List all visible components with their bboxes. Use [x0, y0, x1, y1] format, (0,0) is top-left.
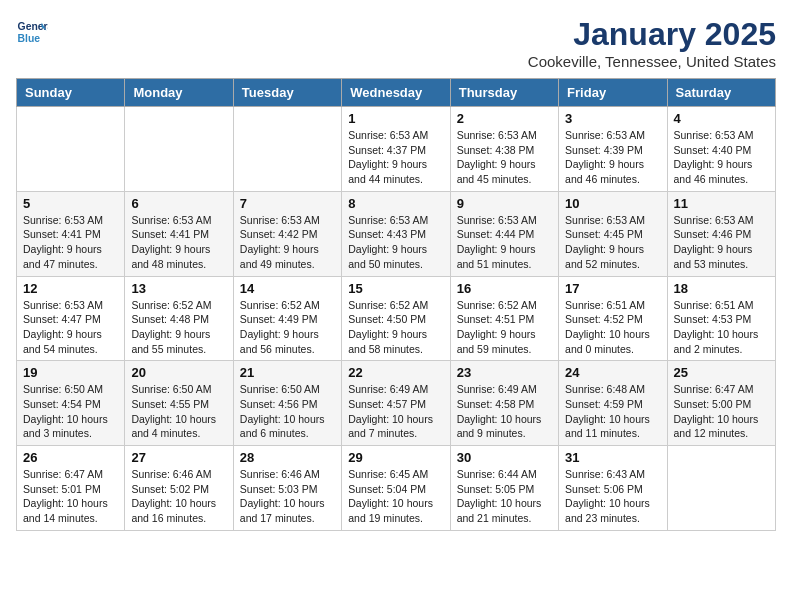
day-info: Sunrise: 6:49 AM Sunset: 4:57 PM Dayligh…	[348, 382, 443, 441]
day-info: Sunrise: 6:53 AM Sunset: 4:37 PM Dayligh…	[348, 128, 443, 187]
calendar-cell	[667, 446, 775, 531]
calendar-cell: 21Sunrise: 6:50 AM Sunset: 4:56 PM Dayli…	[233, 361, 341, 446]
day-info: Sunrise: 6:53 AM Sunset: 4:39 PM Dayligh…	[565, 128, 660, 187]
day-info: Sunrise: 6:46 AM Sunset: 5:03 PM Dayligh…	[240, 467, 335, 526]
day-header-sunday: Sunday	[17, 79, 125, 107]
day-number: 27	[131, 450, 226, 465]
calendar-cell: 7Sunrise: 6:53 AM Sunset: 4:42 PM Daylig…	[233, 191, 341, 276]
calendar-header-row: SundayMondayTuesdayWednesdayThursdayFrid…	[17, 79, 776, 107]
day-number: 2	[457, 111, 552, 126]
day-header-thursday: Thursday	[450, 79, 558, 107]
day-info: Sunrise: 6:52 AM Sunset: 4:51 PM Dayligh…	[457, 298, 552, 357]
calendar-cell: 31Sunrise: 6:43 AM Sunset: 5:06 PM Dayli…	[559, 446, 667, 531]
day-number: 10	[565, 196, 660, 211]
day-info: Sunrise: 6:43 AM Sunset: 5:06 PM Dayligh…	[565, 467, 660, 526]
day-info: Sunrise: 6:53 AM Sunset: 4:45 PM Dayligh…	[565, 213, 660, 272]
calendar-cell: 16Sunrise: 6:52 AM Sunset: 4:51 PM Dayli…	[450, 276, 558, 361]
calendar-cell	[125, 107, 233, 192]
day-number: 28	[240, 450, 335, 465]
day-info: Sunrise: 6:53 AM Sunset: 4:40 PM Dayligh…	[674, 128, 769, 187]
calendar-cell: 17Sunrise: 6:51 AM Sunset: 4:52 PM Dayli…	[559, 276, 667, 361]
day-number: 15	[348, 281, 443, 296]
day-info: Sunrise: 6:45 AM Sunset: 5:04 PM Dayligh…	[348, 467, 443, 526]
calendar-cell	[233, 107, 341, 192]
calendar-cell: 6Sunrise: 6:53 AM Sunset: 4:41 PM Daylig…	[125, 191, 233, 276]
day-number: 14	[240, 281, 335, 296]
day-number: 21	[240, 365, 335, 380]
calendar-cell: 30Sunrise: 6:44 AM Sunset: 5:05 PM Dayli…	[450, 446, 558, 531]
day-number: 16	[457, 281, 552, 296]
day-info: Sunrise: 6:51 AM Sunset: 4:53 PM Dayligh…	[674, 298, 769, 357]
calendar-week-1: 1Sunrise: 6:53 AM Sunset: 4:37 PM Daylig…	[17, 107, 776, 192]
day-number: 19	[23, 365, 118, 380]
calendar-week-3: 12Sunrise: 6:53 AM Sunset: 4:47 PM Dayli…	[17, 276, 776, 361]
day-info: Sunrise: 6:53 AM Sunset: 4:44 PM Dayligh…	[457, 213, 552, 272]
day-header-monday: Monday	[125, 79, 233, 107]
calendar-cell: 3Sunrise: 6:53 AM Sunset: 4:39 PM Daylig…	[559, 107, 667, 192]
calendar-cell: 4Sunrise: 6:53 AM Sunset: 4:40 PM Daylig…	[667, 107, 775, 192]
calendar-week-5: 26Sunrise: 6:47 AM Sunset: 5:01 PM Dayli…	[17, 446, 776, 531]
calendar-cell: 25Sunrise: 6:47 AM Sunset: 5:00 PM Dayli…	[667, 361, 775, 446]
day-info: Sunrise: 6:50 AM Sunset: 4:54 PM Dayligh…	[23, 382, 118, 441]
calendar-cell: 2Sunrise: 6:53 AM Sunset: 4:38 PM Daylig…	[450, 107, 558, 192]
day-number: 4	[674, 111, 769, 126]
day-info: Sunrise: 6:52 AM Sunset: 4:49 PM Dayligh…	[240, 298, 335, 357]
calendar-cell: 10Sunrise: 6:53 AM Sunset: 4:45 PM Dayli…	[559, 191, 667, 276]
day-info: Sunrise: 6:51 AM Sunset: 4:52 PM Dayligh…	[565, 298, 660, 357]
day-info: Sunrise: 6:53 AM Sunset: 4:47 PM Dayligh…	[23, 298, 118, 357]
calendar-cell: 5Sunrise: 6:53 AM Sunset: 4:41 PM Daylig…	[17, 191, 125, 276]
day-info: Sunrise: 6:53 AM Sunset: 4:41 PM Dayligh…	[23, 213, 118, 272]
day-number: 20	[131, 365, 226, 380]
calendar-table: SundayMondayTuesdayWednesdayThursdayFrid…	[16, 78, 776, 531]
day-header-wednesday: Wednesday	[342, 79, 450, 107]
calendar-cell: 28Sunrise: 6:46 AM Sunset: 5:03 PM Dayli…	[233, 446, 341, 531]
calendar-cell: 14Sunrise: 6:52 AM Sunset: 4:49 PM Dayli…	[233, 276, 341, 361]
day-info: Sunrise: 6:46 AM Sunset: 5:02 PM Dayligh…	[131, 467, 226, 526]
day-number: 29	[348, 450, 443, 465]
day-info: Sunrise: 6:52 AM Sunset: 4:48 PM Dayligh…	[131, 298, 226, 357]
day-number: 12	[23, 281, 118, 296]
title-block: January 2025 Cookeville, Tennessee, Unit…	[528, 16, 776, 70]
calendar-cell: 26Sunrise: 6:47 AM Sunset: 5:01 PM Dayli…	[17, 446, 125, 531]
day-info: Sunrise: 6:50 AM Sunset: 4:55 PM Dayligh…	[131, 382, 226, 441]
calendar-cell: 1Sunrise: 6:53 AM Sunset: 4:37 PM Daylig…	[342, 107, 450, 192]
day-info: Sunrise: 6:47 AM Sunset: 5:01 PM Dayligh…	[23, 467, 118, 526]
day-number: 5	[23, 196, 118, 211]
day-number: 22	[348, 365, 443, 380]
day-info: Sunrise: 6:53 AM Sunset: 4:42 PM Dayligh…	[240, 213, 335, 272]
day-info: Sunrise: 6:48 AM Sunset: 4:59 PM Dayligh…	[565, 382, 660, 441]
day-number: 17	[565, 281, 660, 296]
day-info: Sunrise: 6:53 AM Sunset: 4:38 PM Dayligh…	[457, 128, 552, 187]
day-number: 7	[240, 196, 335, 211]
day-header-tuesday: Tuesday	[233, 79, 341, 107]
day-number: 25	[674, 365, 769, 380]
calendar-cell: 15Sunrise: 6:52 AM Sunset: 4:50 PM Dayli…	[342, 276, 450, 361]
day-number: 23	[457, 365, 552, 380]
calendar-cell: 12Sunrise: 6:53 AM Sunset: 4:47 PM Dayli…	[17, 276, 125, 361]
calendar-cell: 23Sunrise: 6:49 AM Sunset: 4:58 PM Dayli…	[450, 361, 558, 446]
calendar-cell: 19Sunrise: 6:50 AM Sunset: 4:54 PM Dayli…	[17, 361, 125, 446]
day-number: 24	[565, 365, 660, 380]
calendar-cell: 9Sunrise: 6:53 AM Sunset: 4:44 PM Daylig…	[450, 191, 558, 276]
main-title: January 2025	[528, 16, 776, 53]
day-number: 8	[348, 196, 443, 211]
calendar-week-4: 19Sunrise: 6:50 AM Sunset: 4:54 PM Dayli…	[17, 361, 776, 446]
logo-icon: General Blue	[16, 16, 48, 48]
day-header-saturday: Saturday	[667, 79, 775, 107]
day-info: Sunrise: 6:53 AM Sunset: 4:46 PM Dayligh…	[674, 213, 769, 272]
day-number: 9	[457, 196, 552, 211]
calendar-cell: 20Sunrise: 6:50 AM Sunset: 4:55 PM Dayli…	[125, 361, 233, 446]
day-number: 3	[565, 111, 660, 126]
page-header: General Blue January 2025 Cookeville, Te…	[16, 16, 776, 70]
calendar-cell: 24Sunrise: 6:48 AM Sunset: 4:59 PM Dayli…	[559, 361, 667, 446]
calendar-cell: 11Sunrise: 6:53 AM Sunset: 4:46 PM Dayli…	[667, 191, 775, 276]
calendar-cell: 13Sunrise: 6:52 AM Sunset: 4:48 PM Dayli…	[125, 276, 233, 361]
calendar-week-2: 5Sunrise: 6:53 AM Sunset: 4:41 PM Daylig…	[17, 191, 776, 276]
calendar-cell: 18Sunrise: 6:51 AM Sunset: 4:53 PM Dayli…	[667, 276, 775, 361]
calendar-cell: 22Sunrise: 6:49 AM Sunset: 4:57 PM Dayli…	[342, 361, 450, 446]
day-number: 18	[674, 281, 769, 296]
day-number: 6	[131, 196, 226, 211]
day-info: Sunrise: 6:52 AM Sunset: 4:50 PM Dayligh…	[348, 298, 443, 357]
day-number: 1	[348, 111, 443, 126]
day-number: 26	[23, 450, 118, 465]
